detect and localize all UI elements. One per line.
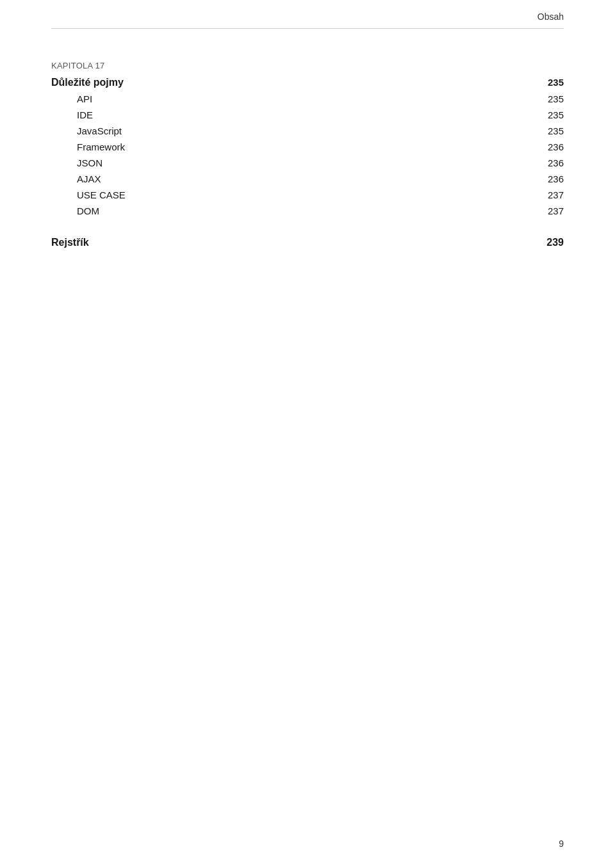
toc-item-ide-page: 235 [548,109,564,120]
toc-item-ajax-page: 236 [548,173,564,184]
chapter-label: KAPITOLA 17 [51,61,564,70]
header-title: Obsah [537,12,564,22]
toc-content: KAPITOLA 17 Důležité pojmy 235 API 235 I… [51,29,564,251]
page-container: Obsah KAPITOLA 17 Důležité pojmy 235 API… [0,0,615,868]
toc-entry-ajax: AJAX 236 [51,171,564,187]
toc-item-ide-label: IDE [51,109,93,120]
toc-item-javascript-page: 235 [548,125,564,136]
toc-item-framework-page: 236 [548,141,564,152]
page-number: 9 [559,839,564,849]
rejstrik-page: 239 [546,237,564,248]
toc-item-ajax-label: AJAX [51,173,101,184]
toc-item-json-page: 236 [548,157,564,168]
rejstrik-label: Rejstřík [51,237,89,248]
toc-entry-section-title: Důležité pojmy 235 [51,74,564,91]
rejstrik-section: Rejstřík 239 [51,232,564,251]
toc-item-api-page: 235 [548,93,564,104]
page-header: Obsah [51,0,564,29]
section-page: 235 [548,77,564,88]
toc-item-framework-label: Framework [51,141,125,152]
toc-item-usecase-label: USE CASE [51,189,126,200]
toc-entry-javascript: JavaScript 235 [51,123,564,139]
toc-item-api-label: API [51,93,92,104]
toc-item-usecase-page: 237 [548,189,564,200]
toc-entry-usecase: USE CASE 237 [51,187,564,203]
toc-item-dom-page: 237 [548,205,564,216]
section-title: Důležité pojmy [51,77,124,88]
toc-entry-json: JSON 236 [51,155,564,171]
toc-entry-dom: DOM 237 [51,203,564,219]
toc-item-json-label: JSON [51,157,102,168]
toc-entry-ide: IDE 235 [51,107,564,123]
toc-entry-framework: Framework 236 [51,139,564,155]
toc-item-javascript-label: JavaScript [51,125,122,136]
toc-item-dom-label: DOM [51,205,99,216]
toc-entry-api: API 235 [51,91,564,107]
chapter-section: KAPITOLA 17 Důležité pojmy 235 API 235 I… [51,61,564,219]
